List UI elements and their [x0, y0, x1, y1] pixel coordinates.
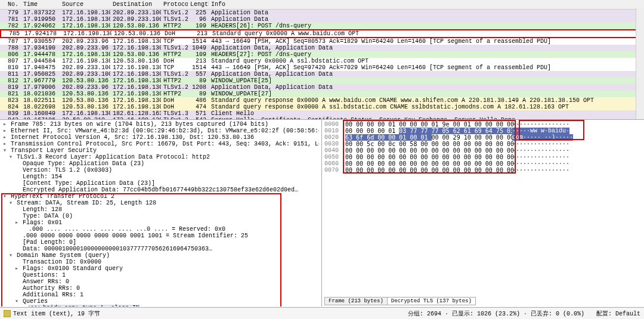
packet-cell-src: 202.89.233.96 — [60, 38, 110, 45]
packet-list-pane[interactable]: No. Time Source Destination Protocol Len… — [0, 0, 644, 120]
expander-icon[interactable]: ▾ — [2, 147, 7, 154]
col-header-length[interactable]: Length — [188, 1, 209, 8]
packet-row[interactable]: 78817.934190202.89.233.96172.16.198.130T… — [0, 45, 644, 51]
col-header-protocol[interactable]: Protocol — [161, 1, 188, 8]
packet-row[interactable]: 81017.948475202.89.233.100172.16.198.130… — [0, 64, 644, 71]
hex-highlight-box-bytes — [343, 120, 516, 174]
packet-cell-no: 823 — [0, 97, 21, 104]
packet-cell-dst: 202.89.233.100 — [110, 16, 161, 23]
packet-cell-info: HEADERS[26]: POST /dns-query — [209, 23, 644, 29]
packet-cell-time: 17.944584 — [21, 58, 60, 64]
hex-highlight-box-ascii — [519, 120, 584, 140]
packet-cell-time: 17.979006 — [21, 84, 60, 91]
packet-row[interactable]: 80717.944584172.16.198.130120.53.80.136D… — [0, 58, 644, 64]
packet-bytes-pane[interactable]: 000000 00 00 00 01 00 00 00 01 9e 00 01 … — [322, 120, 644, 306]
packet-cell-src: 172.16.198.130 — [61, 30, 112, 37]
expander-icon[interactable]: ▸ — [2, 134, 7, 141]
packet-row[interactable]: 78117.919950172.16.198.130202.89.233.100… — [0, 16, 644, 23]
packet-cell-time: 17.944478 — [21, 51, 60, 58]
packet-cell-time: 18.021036 — [21, 91, 60, 97]
expander-icon[interactable]: ▾ — [8, 154, 13, 160]
packet-cell-no: 824 — [0, 104, 21, 110]
hex-offset: 0010 — [324, 128, 345, 134]
packet-cell-dst: 202.89.233.100 — [110, 10, 161, 16]
packet-row[interactable]: 81217.967779120.53.80.136172.16.198.130H… — [0, 78, 644, 84]
packet-cell-proto: HTTP2 — [161, 91, 188, 97]
tree-node[interactable]: ▸ Frame 785: 213 bytes on wire (1704 bit… — [2, 121, 319, 128]
packet-cell-dst: 182.61.128.163 — [110, 110, 161, 117]
packet-cell-len: 571 — [188, 110, 209, 117]
tree-node[interactable]: ▾ Transport Layer Security — [2, 147, 319, 154]
packet-cell-src: 202.89.233.96 — [60, 84, 110, 91]
packet-row[interactable]: 78717.930557202.89.233.96172.16.198.130T… — [0, 38, 644, 45]
packet-cell-info: 443 → 16649 [PSH, ACK] Seq=80573 Ack=182… — [209, 38, 644, 45]
packet-cell-len: 96 — [188, 16, 209, 23]
packet-cell-time: 18.160849 — [21, 110, 60, 117]
packet-cell-proto: DoH — [162, 30, 189, 37]
tab-frame-bytes[interactable]: Frame (213 bytes) — [324, 297, 388, 305]
expander-icon[interactable]: ▸ — [2, 128, 7, 134]
packet-cell-src: 202.89.233.96 — [60, 45, 110, 51]
packet-cell-src: 172.16.198.130 — [60, 58, 110, 64]
packet-cell-dst: 172.16.198.130 — [110, 38, 161, 45]
packet-cell-src: 172.16.198.130 — [60, 10, 110, 16]
col-header-time[interactable]: Time — [21, 1, 60, 8]
packet-list-scrollbar[interactable] — [636, 8, 644, 119]
tree-node[interactable]: ▸ Ethernet II, Src: VMware_46:b2:3d (00:… — [2, 128, 319, 134]
packet-row[interactable]: 77917.837322172.16.198.130202.89.233.100… — [0, 10, 644, 16]
col-header-destination[interactable]: Destination — [110, 1, 161, 8]
expander-icon[interactable]: ▸ — [2, 141, 7, 147]
packet-cell-info: Standard query 0x0000 A www.baidu.com OP… — [210, 30, 643, 37]
packet-row[interactable]: 82118.021036120.53.80.136172.16.198.130H… — [0, 91, 644, 97]
packet-cell-len: 213 — [189, 30, 210, 37]
packet-row[interactable]: 80617.944478172.16.198.130120.53.80.136H… — [0, 51, 644, 58]
packet-cell-info: HEADERS[27]: POST /dns-query — [209, 51, 644, 58]
packet-cell-len: 1514 — [188, 64, 209, 71]
hex-ascii: ················ — [512, 147, 642, 154]
packet-cell-len: 557 — [188, 71, 209, 78]
packet-row[interactable]: 82418.022698120.53.80.136172.16.198.130D… — [0, 104, 644, 110]
packet-cell-info: Application Data, Application Data — [209, 45, 644, 51]
tree-node[interactable]: ▸ Internet Protocol Version 4, Src: 172.… — [2, 134, 319, 141]
packet-cell-info: WINDOW_UPDATE[27] — [209, 91, 644, 97]
expert-info-icon[interactable] — [4, 310, 11, 317]
packet-row[interactable]: 81917.979006202.89.233.96172.16.198.130T… — [0, 84, 644, 91]
packet-cell-dst: 172.16.198.130 — [110, 97, 161, 104]
packet-cell-src: 202.89.233.100 — [60, 64, 110, 71]
packet-details-pane[interactable]: ▸ Frame 785: 213 bytes on wire (1704 bit… — [0, 120, 322, 306]
packet-cell-proto: DoH — [161, 58, 188, 64]
packet-row[interactable]: 81117.950825202.89.233.100172.16.198.130… — [0, 71, 644, 78]
packet-cell-src: 120.53.80.136 — [60, 97, 110, 104]
col-header-info[interactable]: Info — [209, 1, 644, 8]
tree-node[interactable]: ▸ Transmission Control Protocol, Src Por… — [2, 141, 319, 147]
hex-offset: 0050 — [324, 154, 345, 160]
packet-cell-dst: 172.16.198.130 — [110, 71, 161, 78]
packet-cell-time: 17.930557 — [21, 38, 60, 45]
packet-cell-dst: 172.16.198.130 — [110, 84, 161, 91]
packet-cell-proto: TCP — [161, 38, 188, 45]
tab-decrypted-tls[interactable]: Decrypted TLS (137 bytes) — [387, 297, 476, 305]
packet-cell-info: Standard query 0x0000 A ssl.bdstatic.com… — [209, 58, 644, 64]
packet-cell-dst: 172.16.198.130 — [110, 64, 161, 71]
hex-ascii: ················ — [512, 160, 642, 167]
bytes-pane-tabs: Frame (213 bytes) Decrypted TLS (137 byt… — [324, 297, 475, 305]
packet-cell-dst: 120.53.80.136 — [110, 58, 161, 64]
packet-cell-len: 486 — [188, 97, 209, 104]
packet-row[interactable]: 78517.924178172.16.198.130120.53.80.136D… — [0, 29, 644, 38]
packet-cell-no: 781 — [0, 16, 21, 23]
packet-row[interactable]: 78217.924062172.16.198.130120.53.80.136H… — [0, 23, 644, 29]
tree-node[interactable]: ▾ TLSv1.3 Record Layer: Application Data… — [2, 154, 319, 160]
packet-cell-info: 443 → 16649 [PSH, ACK] Seq=97420 Ack=702… — [209, 64, 644, 71]
packet-cell-no: 788 — [0, 45, 21, 51]
packet-row[interactable]: 82318.022511120.53.80.136172.16.198.130D… — [0, 97, 644, 104]
expander-icon[interactable]: ▸ — [2, 121, 7, 128]
packet-row[interactable]: 83918.160849172.16.198.130182.61.128.163… — [0, 110, 644, 117]
packet-cell-info: WINDOW_UPDATE[25] — [209, 78, 644, 84]
col-header-source[interactable]: Source — [60, 1, 110, 8]
status-profile[interactable]: 配置: Default — [596, 309, 640, 318]
packet-cell-no: 779 — [0, 10, 21, 16]
packet-cell-no: 839 — [0, 110, 21, 117]
status-packet-counts: 分组: 2694 · 已显示: 1026 (23.2%) · 已丢弃: 0 (0… — [408, 309, 584, 318]
col-header-no[interactable]: No. — [0, 1, 21, 8]
packet-cell-len: 213 — [188, 58, 209, 64]
